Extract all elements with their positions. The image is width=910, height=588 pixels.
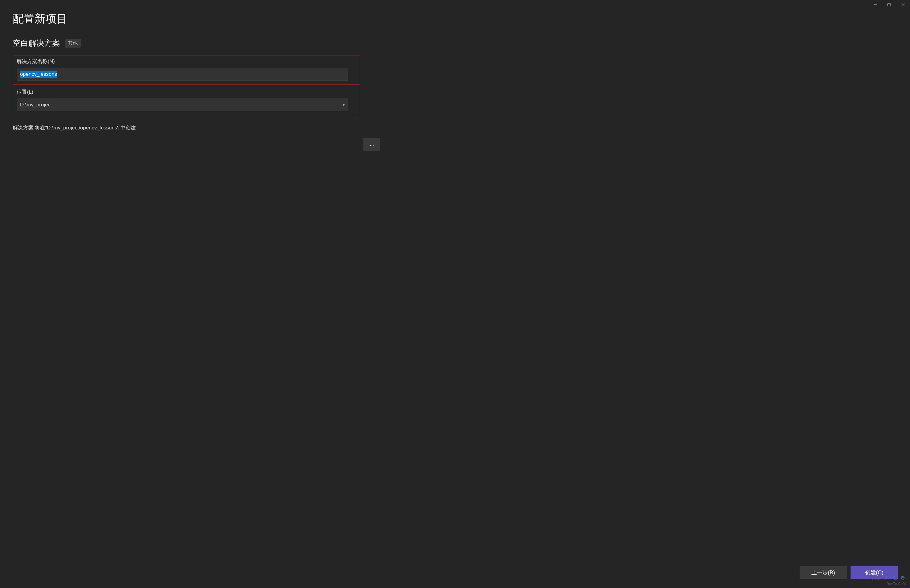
back-button[interactable]: 上一步(B) (800, 566, 847, 579)
template-tag: 其他 (65, 39, 81, 48)
svg-rect-1 (887, 4, 890, 6)
chevron-down-icon: ▾ (343, 103, 345, 107)
location-group: 位置(L) D:\my_project ▾ (13, 86, 360, 115)
form-section: 解决方案名称(N) opencv_lessons 位置(L) D:\my_pro… (13, 55, 360, 115)
minimize-button[interactable] (868, 0, 882, 9)
create-button[interactable]: 创建(C) (850, 566, 898, 579)
close-button[interactable] (896, 0, 910, 9)
solution-name-group: 解决方案名称(N) opencv_lessons (13, 55, 360, 84)
location-row: D:\my_project ▾ (17, 99, 356, 111)
subtitle-row: 空白解决方案 其他 (13, 38, 898, 48)
solution-name-value: opencv_lessons (20, 71, 57, 78)
close-icon (901, 3, 905, 6)
titlebar (0, 0, 910, 9)
maximize-button[interactable] (882, 0, 896, 9)
create-path-info: 解决方案 将在"D:\my_project\opencv_lessons\"中创… (13, 124, 898, 131)
solution-name-label: 解决方案名称(N) (17, 58, 356, 65)
svg-rect-0 (874, 5, 877, 5)
template-name: 空白解决方案 (13, 38, 60, 48)
window-root: 配置新项目 空白解决方案 其他 解决方案名称(N) opencv_lessons… (0, 0, 910, 588)
content-area: 配置新项目 空白解决方案 其他 解决方案名称(N) opencv_lessons… (0, 9, 910, 588)
browse-button[interactable]: ... (363, 138, 381, 151)
footer-actions: 上一步(B) 创建(C) (800, 566, 898, 579)
location-label: 位置(L) (17, 89, 356, 95)
page-title: 配置新项目 (13, 11, 898, 26)
location-value: D:\my_project (20, 102, 52, 108)
solution-name-input[interactable]: opencv_lessons (17, 68, 348, 81)
minimize-icon (873, 3, 877, 6)
location-combobox[interactable]: D:\my_project ▾ (17, 99, 348, 111)
restore-icon (887, 3, 891, 6)
